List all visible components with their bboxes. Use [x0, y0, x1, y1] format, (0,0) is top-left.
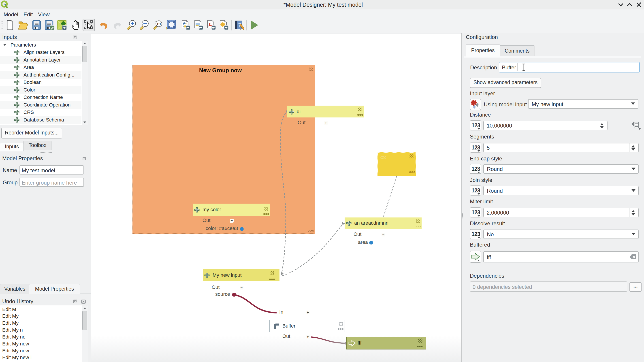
- svg-text:1:1: 1:1: [157, 22, 161, 26]
